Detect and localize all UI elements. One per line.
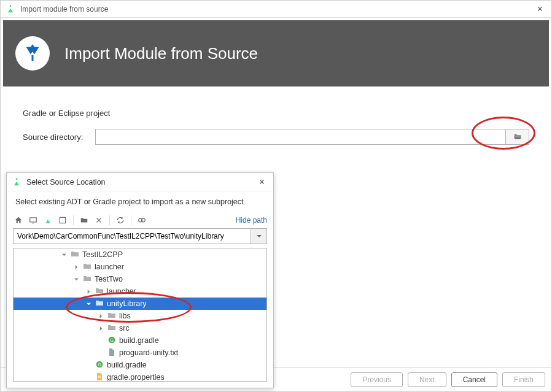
folder-icon <box>92 298 107 310</box>
module-icon[interactable] <box>57 215 68 226</box>
toolbar-separator <box>73 215 74 225</box>
source-directory-label: Source directory: <box>23 133 95 142</box>
folder-icon <box>80 274 95 285</box>
sub-toolbar: Hide path <box>7 212 273 228</box>
refresh-icon[interactable] <box>115 215 126 226</box>
sub-close-button[interactable]: × <box>255 177 268 188</box>
cancel-button[interactable]: Cancel <box>451 372 497 387</box>
tree-item-label: unityLibrary <box>107 299 147 308</box>
android-studio-icon <box>6 4 15 14</box>
source-directory-input[interactable] <box>95 129 506 145</box>
expand-arrow-icon[interactable] <box>72 264 80 270</box>
svg-text:G: G <box>98 361 101 367</box>
tree-item-label: src <box>119 324 130 332</box>
tree-row[interactable]: launcher <box>14 285 266 298</box>
delete-icon[interactable] <box>93 215 104 226</box>
tree-row[interactable]: libs <box>14 310 266 322</box>
sub-prompt: Select existing ADT or Gradle project to… <box>7 191 273 212</box>
svg-rect-2 <box>60 217 65 223</box>
svg-rect-10 <box>98 377 101 377</box>
expand-arrow-icon[interactable] <box>60 252 68 258</box>
tree-item-label: TestTwo <box>95 275 123 283</box>
tree-row[interactable]: launcher <box>14 261 266 273</box>
folder-icon <box>104 310 119 322</box>
folder-icon <box>80 261 95 273</box>
expand-arrow-icon[interactable] <box>97 313 104 319</box>
tree-row[interactable]: src <box>14 322 266 334</box>
new-folder-icon[interactable] <box>79 215 90 226</box>
gradle-icon: G <box>104 335 119 347</box>
props-icon <box>92 372 107 382</box>
tree-item-label: gradle.properties <box>107 373 165 382</box>
tree-row[interactable]: TestIL2CPP <box>14 248 266 261</box>
file-tree[interactable]: TestIL2CPPlauncherTestTwolauncherunityLi… <box>13 248 267 382</box>
header-title: Import Module from Source <box>64 44 258 63</box>
folder-icon <box>92 286 107 298</box>
svg-text:G: G <box>110 337 114 342</box>
expand-arrow-icon[interactable] <box>85 301 92 307</box>
close-button[interactable]: × <box>534 4 546 15</box>
window-title: Import module from source <box>20 5 534 13</box>
expand-arrow-icon[interactable] <box>85 289 92 294</box>
gradle-icon: G <box>92 359 107 371</box>
source-directory-row: Source directory: <box>23 129 529 145</box>
tree-item-label: libs <box>119 312 131 320</box>
folder-open-icon <box>513 132 523 142</box>
project-icon[interactable] <box>42 215 53 226</box>
tree-row[interactable]: Gbuild.gradle <box>14 359 266 371</box>
chevron-down-icon <box>256 233 262 239</box>
tree-row[interactable]: gradle.properties <box>14 371 266 382</box>
expand-arrow-icon[interactable] <box>97 326 104 331</box>
tree-row[interactable]: proguard-unity.txt <box>14 347 266 359</box>
toolbar-separator <box>131 215 131 225</box>
header-banner: Import Module from Source <box>3 20 549 86</box>
folder-icon <box>104 323 119 334</box>
show-hidden-icon[interactable] <box>136 215 147 226</box>
svg-rect-9 <box>98 375 101 376</box>
select-source-location-dialog: Select Source Location × Select existing… <box>6 172 274 388</box>
tree-row[interactable]: TestTwo <box>14 273 266 285</box>
sub-titlebar: Select Source Location × <box>7 173 273 191</box>
tree-item-label: launcher <box>95 263 124 271</box>
content-area: Gradle or Eclipse project Source directo… <box>1 89 551 172</box>
hide-path-link[interactable]: Hide path <box>236 216 267 225</box>
previous-button[interactable]: Previous <box>351 372 403 387</box>
next-button[interactable]: Next <box>408 372 446 387</box>
tree-row[interactable]: Gbuild.gradle <box>14 334 266 347</box>
tree-item-label: TestIL2CPP <box>82 250 123 259</box>
path-input[interactable] <box>13 228 251 244</box>
home-icon[interactable] <box>13 215 24 226</box>
android-studio-icon <box>12 177 21 187</box>
titlebar: Import module from source × <box>1 1 551 18</box>
desktop-icon[interactable] <box>28 215 39 226</box>
file-icon <box>104 347 119 359</box>
project-type-label: Gradle or Eclipse project <box>23 109 529 118</box>
path-history-button[interactable] <box>251 228 267 244</box>
header-logo <box>15 36 50 71</box>
toolbar-separator <box>109 215 110 225</box>
tree-item-label: build.gradle <box>107 361 147 369</box>
folder-icon <box>68 249 82 261</box>
browse-button[interactable] <box>506 129 529 145</box>
sub-window-title: Select Source Location <box>26 178 255 186</box>
svg-rect-0 <box>32 55 34 61</box>
svg-rect-1 <box>30 218 37 222</box>
tree-item-label: build.gradle <box>119 336 159 345</box>
tree-item-label: launcher <box>107 287 136 296</box>
tree-item-label: proguard-unity.txt <box>119 348 178 357</box>
tree-row[interactable]: unityLibrary <box>14 298 266 310</box>
expand-arrow-icon[interactable] <box>72 277 80 282</box>
finish-button[interactable]: Finish <box>502 372 545 387</box>
path-row <box>7 228 273 248</box>
